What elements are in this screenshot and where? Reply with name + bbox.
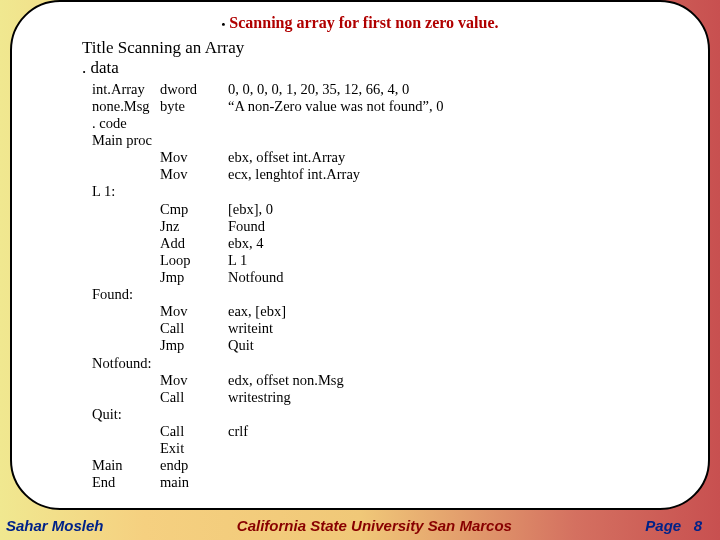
code-col-label — [92, 235, 160, 252]
code-col-label — [92, 149, 160, 166]
code-col-label — [92, 337, 160, 354]
code-col-operand: crlf — [228, 423, 708, 440]
code-col-op: main — [160, 474, 228, 491]
code-col-op: endp — [160, 457, 228, 474]
code-col-op: byte — [160, 98, 228, 115]
code-col-op: Cmp — [160, 201, 228, 218]
code-col-label — [92, 166, 160, 183]
code-row: L 1: — [92, 183, 708, 200]
code-col-operand — [228, 457, 708, 474]
code-col-operand: ebx, 4 — [228, 235, 708, 252]
code-col-op: Jmp — [160, 337, 228, 354]
code-col-operand — [228, 286, 708, 303]
code-row: Movecx, lenghtof int.Array — [92, 166, 708, 183]
code-row: Callwritestring — [92, 389, 708, 406]
code-col-operand — [228, 115, 708, 132]
code-col-operand — [228, 132, 708, 149]
code-col-op: Loop — [160, 252, 228, 269]
code-col-op: Call — [160, 320, 228, 337]
code-row: JmpQuit — [92, 337, 708, 354]
slide-heading: • Scanning array for first non zero valu… — [12, 14, 708, 32]
title-line-2: . data — [12, 58, 708, 78]
code-col-operand: Notfound — [228, 269, 708, 286]
code-col-label — [92, 372, 160, 389]
code-col-operand — [228, 355, 708, 372]
code-col-op — [160, 355, 228, 372]
code-row: JnzFound — [92, 218, 708, 235]
code-col-label: End — [92, 474, 160, 491]
code-col-operand: edx, offset non.Msg — [228, 372, 708, 389]
code-col-label — [92, 201, 160, 218]
code-row: Mainendp — [92, 457, 708, 474]
code-col-operand — [228, 440, 708, 457]
code-col-op: Call — [160, 389, 228, 406]
title-line-1: Title Scanning an Array — [12, 38, 708, 58]
code-col-label: Quit: — [92, 406, 160, 423]
code-col-operand: Quit — [228, 337, 708, 354]
code-col-operand: [ebx], 0 — [228, 201, 708, 218]
code-row: Movebx, offset int.Array — [92, 149, 708, 166]
code-row: Addebx, 4 — [92, 235, 708, 252]
code-col-label — [92, 218, 160, 235]
code-col-operand: ecx, lenghtof int.Array — [228, 166, 708, 183]
code-row: Moveax, [ebx] — [92, 303, 708, 320]
code-row: JmpNotfound — [92, 269, 708, 286]
code-col-operand — [228, 183, 708, 200]
code-col-label — [92, 423, 160, 440]
heading-text: Scanning array for first non zero value. — [229, 14, 498, 31]
footer: Sahar Mosleh California State University… — [0, 517, 720, 534]
code-col-operand: Found — [228, 218, 708, 235]
code-col-label — [92, 269, 160, 286]
code-col-op — [160, 406, 228, 423]
code-row: Exit — [92, 440, 708, 457]
code-row: Main proc — [92, 132, 708, 149]
code-col-op: Jnz — [160, 218, 228, 235]
code-row: Notfound: — [92, 355, 708, 372]
code-col-label — [92, 320, 160, 337]
code-col-op — [160, 115, 228, 132]
code-row: int.Arraydword0, 0, 0, 0, 1, 20, 35, 12,… — [92, 81, 708, 98]
code-col-label — [92, 252, 160, 269]
code-row: Movedx, offset non.Msg — [92, 372, 708, 389]
code-row: Cmp[ebx], 0 — [92, 201, 708, 218]
code-col-label: none.Msg — [92, 98, 160, 115]
code-row: none.Msgbyte“A non-Zero value was not fo… — [92, 98, 708, 115]
code-row: Found: — [92, 286, 708, 303]
footer-university: California State University San Marcos — [104, 517, 646, 534]
code-col-label: Main — [92, 457, 160, 474]
code-col-op: Mov — [160, 372, 228, 389]
code-col-label — [92, 440, 160, 457]
code-col-label: L 1: — [92, 183, 160, 200]
code-col-operand: writestring — [228, 389, 708, 406]
code-col-op — [160, 286, 228, 303]
code-col-operand: L 1 — [228, 252, 708, 269]
code-col-label — [92, 389, 160, 406]
code-row: Callcrlf — [92, 423, 708, 440]
code-col-label: . code — [92, 115, 160, 132]
code-row: Endmain — [92, 474, 708, 491]
code-col-op: Mov — [160, 303, 228, 320]
code-col-op — [160, 183, 228, 200]
code-row: Callwriteint — [92, 320, 708, 337]
code-col-op — [160, 132, 228, 149]
footer-author: Sahar Mosleh — [6, 517, 104, 534]
code-col-op: Add — [160, 235, 228, 252]
code-block: int.Arraydword0, 0, 0, 0, 1, 20, 35, 12,… — [12, 81, 708, 492]
code-row: . code — [92, 115, 708, 132]
code-col-op: dword — [160, 81, 228, 98]
code-col-label: int.Array — [92, 81, 160, 98]
footer-page: Page 8 — [645, 517, 702, 534]
bullet-icon: • — [221, 18, 225, 30]
code-col-op: Jmp — [160, 269, 228, 286]
code-col-label: Main proc — [92, 132, 160, 149]
code-col-label — [92, 303, 160, 320]
code-col-operand: ebx, offset int.Array — [228, 149, 708, 166]
code-col-operand: eax, [ebx] — [228, 303, 708, 320]
code-col-op: Mov — [160, 166, 228, 183]
code-row: Quit: — [92, 406, 708, 423]
code-row: LoopL 1 — [92, 252, 708, 269]
code-col-operand: “A non-Zero value was not found”, 0 — [228, 98, 708, 115]
code-col-operand: 0, 0, 0, 0, 1, 20, 35, 12, 66, 4, 0 — [228, 81, 708, 98]
code-col-operand: writeint — [228, 320, 708, 337]
code-col-op: Exit — [160, 440, 228, 457]
